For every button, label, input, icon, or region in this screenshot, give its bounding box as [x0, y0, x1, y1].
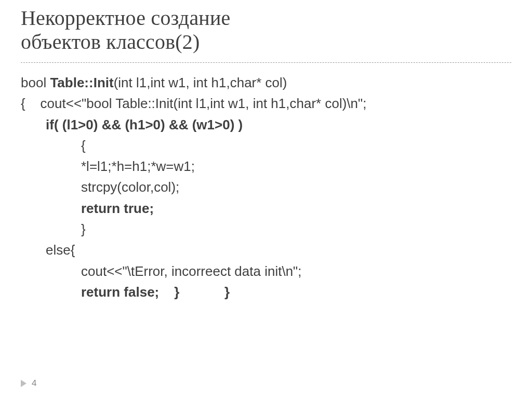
- code-line-9: else{: [21, 240, 511, 260]
- code-line-1: bool Table::Init(int l1,int w1, int h1,c…: [21, 72, 511, 93]
- code-func-args: (int l1,int w1, int h1,char* col): [114, 75, 287, 90]
- code-keyword-bool: bool: [21, 75, 50, 90]
- code-line-4: {: [21, 135, 511, 156]
- slide: Некорректное создание объектов классов(2…: [0, 0, 532, 399]
- slide-body: bool Table::Init(int l1,int w1, int h1,c…: [21, 72, 511, 302]
- code-line-2: { cout<<"bool Table::Init(int l1,int w1,…: [21, 93, 511, 114]
- chevron-right-icon: [21, 380, 26, 387]
- slide-title-line1: Некорректное создание: [21, 6, 231, 30]
- code-line-7: return true;: [21, 198, 511, 219]
- code-line-5: *l=l1;*h=h1;*w=w1;: [21, 156, 511, 177]
- page-number: 4: [32, 378, 36, 389]
- code-func-name: Table::Init: [50, 75, 113, 90]
- code-line-8: }: [21, 219, 511, 240]
- code-line-3: if( (l1>0) && (h1>0) && (w1>0) ): [21, 114, 511, 135]
- code-line-11: return false; } }: [21, 282, 511, 302]
- slide-title-line2: объектов классов(2): [21, 30, 200, 54]
- code-line-10: cout<<"\tError, incorreect data init\n";: [21, 261, 511, 282]
- slide-footer: 4: [21, 378, 36, 389]
- title-divider: [21, 62, 511, 63]
- code-line-6: strcpy(color,col);: [21, 177, 511, 197]
- slide-title: Некорректное создание объектов классов(2…: [21, 6, 511, 57]
